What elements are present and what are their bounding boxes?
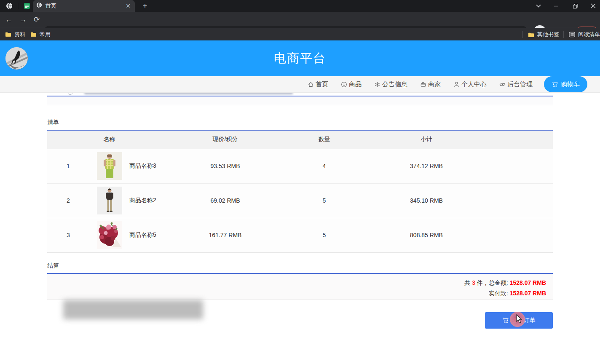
nav-item-shop[interactable]: 商家 — [420, 80, 441, 88]
cell-image — [89, 218, 129, 252]
bookmarks-separator — [522, 31, 523, 38]
cell-qty: 4 — [275, 149, 374, 183]
nav-label: 公告信息 — [382, 80, 407, 88]
window-restore-button[interactable] — [567, 0, 584, 12]
nav-label: 商品 — [349, 80, 362, 88]
summary-paid-label: 实付款: — [489, 290, 510, 297]
new-tab-button[interactable]: + — [141, 2, 149, 10]
table-row: 3 商品名称5 161.77 RMB 5 808.85 RMB — [47, 218, 553, 252]
header-spacer — [129, 130, 176, 149]
header-spacer — [479, 130, 553, 149]
tab-title: 首页 — [46, 2, 125, 10]
nav-item-home[interactable]: 首页 — [308, 80, 328, 88]
tab-search-chevron-icon[interactable] — [530, 0, 547, 12]
tab-divider — [18, 3, 18, 9]
summary-box: 共 3 件，总金额: 1528.07 RMB 实付款: 1528.07 RMB — [47, 273, 553, 300]
list-section-title: 清单 — [47, 119, 59, 126]
cell-image — [89, 183, 129, 218]
other-bookmarks-label: 其他书签 — [537, 31, 559, 38]
nav-item-notice[interactable]: 公告信息 — [374, 80, 407, 88]
cell-index: 1 — [47, 149, 89, 183]
cell-price: 93.53 RMB — [176, 149, 275, 183]
cell-index: 3 — [47, 218, 89, 252]
tab-close-icon[interactable]: ✕ — [125, 3, 131, 9]
cell-price: 161.77 RMB — [176, 218, 275, 252]
cell-subtotal: 374.12 RMB — [374, 149, 479, 183]
summary-total-line: 共 3 件，总金额: 1528.07 RMB — [47, 278, 546, 288]
cell-qty: 5 — [275, 218, 374, 252]
nav-item-goods[interactable]: 商品 — [341, 80, 362, 88]
folder-icon — [5, 32, 11, 37]
cell-qty: 5 — [275, 183, 374, 218]
bookmarks-bar: 资料 常用 其他书签 阅读清单 — [0, 28, 600, 40]
product-image[interactable] — [97, 221, 122, 249]
table-row: 2 商品名称2 69.02 RMB 5 345.10 RMB — [47, 183, 553, 218]
checkout-page: 清单 名称 现价/积分 数量 小计 1 商品名称3 93.53 RMB — [47, 93, 553, 362]
cell-price: 69.02 RMB — [176, 183, 275, 218]
cell-image — [89, 149, 129, 183]
other-bookmarks-button[interactable]: 其他书签 — [528, 31, 559, 38]
summary-paid-amount: 1528.07 RMB — [510, 290, 546, 297]
cart-icon — [502, 317, 509, 324]
nav-label: 首页 — [316, 80, 328, 88]
nav-label: 商家 — [428, 80, 441, 88]
cart-icon — [552, 81, 558, 88]
forward-button[interactable]: → — [19, 15, 28, 24]
header-qty: 数量 — [275, 130, 374, 149]
reading-list-button[interactable]: 阅读清单 — [569, 31, 600, 38]
nav-item-admin[interactable]: 后台管理 — [499, 80, 533, 88]
bookmark-folder-2[interactable]: 常用 — [30, 31, 51, 38]
window-minimize-button[interactable] — [548, 0, 565, 12]
pinned-tab-sheet-icon[interactable] — [24, 3, 30, 9]
cart-button-label: 购物车 — [561, 80, 580, 88]
site-title: 电商平台 — [0, 40, 600, 76]
bookmark-label: 资料 — [14, 31, 25, 38]
tab-favicon-globe-icon — [36, 2, 42, 10]
table-header-row: 名称 现价/积分 数量 小计 — [47, 130, 553, 149]
folder-icon — [528, 32, 534, 37]
folder-icon — [30, 32, 37, 37]
product-image[interactable] — [97, 152, 122, 180]
nav-item-profile[interactable]: 个人中心 — [453, 80, 487, 88]
summary-paid-line: 实付款: 1528.07 RMB — [47, 288, 546, 299]
cell-product-name[interactable]: 商品名称5 — [129, 218, 176, 252]
cell-index: 2 — [47, 183, 89, 218]
nav-label: 后台管理 — [507, 80, 533, 88]
nav-label: 个人中心 — [461, 80, 487, 88]
blurred-watermark — [63, 300, 203, 319]
user-icon — [453, 81, 460, 88]
address-text-blurred — [84, 93, 293, 94]
cell-spacer — [479, 218, 553, 252]
cell-subtotal: 808.85 RMB — [374, 218, 479, 252]
site-nav: 首页 商品 公告信息 商家 个人中心 后台管理 — [0, 76, 600, 93]
address-card-bottom — [47, 96, 553, 105]
back-button[interactable]: ← — [4, 15, 13, 24]
address-radio[interactable] — [67, 93, 73, 95]
product-image[interactable] — [97, 187, 122, 214]
address-option-clipped — [47, 93, 553, 96]
bookmark-folder-1[interactable]: 资料 — [5, 31, 25, 38]
header-name: 名称 — [89, 130, 129, 149]
home-icon — [308, 81, 314, 88]
cart-items-table: 名称 现价/积分 数量 小计 1 商品名称3 93.53 RMB 4 374.1… — [47, 130, 553, 253]
reload-button[interactable]: ⟳ — [32, 15, 41, 24]
summary-total-label: 件，总金额: — [475, 279, 510, 286]
browser-tab-strip: 首页 ✕ + — [0, 0, 600, 12]
notice-icon — [374, 81, 380, 88]
summary-total-amount: 1528.07 RMB — [510, 279, 546, 286]
browser-toolbar: ← → ⟳ localhost:8080/dianshangpingtai/fr… — [0, 12, 600, 28]
shop-icon — [420, 81, 426, 88]
site-logo-avatar[interactable] — [5, 47, 28, 70]
active-tab[interactable]: 首页 ✕ — [33, 0, 135, 12]
reading-list-label: 阅读清单 — [578, 31, 600, 38]
summary-section-title: 结算 — [47, 262, 59, 270]
cell-product-name[interactable]: 商品名称2 — [129, 183, 176, 218]
pinned-tab-globe-icon[interactable] — [6, 3, 13, 9]
cart-button[interactable]: 购物车 — [544, 76, 587, 92]
goods-icon — [341, 81, 347, 88]
summary-count-prefix: 共 — [464, 279, 472, 286]
cell-spacer — [479, 149, 553, 183]
window-close-button[interactable] — [585, 0, 600, 12]
header-price: 现价/积分 — [176, 130, 275, 149]
cell-product-name[interactable]: 商品名称3 — [129, 149, 176, 183]
